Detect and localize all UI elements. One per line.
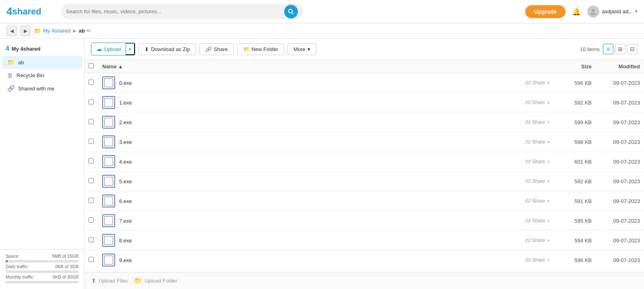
file-name[interactable]: 4.exe bbox=[119, 159, 132, 165]
view-detail-button[interactable]: ⊟ bbox=[627, 44, 638, 54]
row-checkbox-0[interactable] bbox=[89, 80, 94, 85]
file-share-action[interactable]: Share bbox=[526, 139, 545, 145]
sidebar-header-num: 4 bbox=[6, 45, 9, 52]
file-icon bbox=[102, 175, 115, 188]
sidebar-item-recycle-label: Recycle Bin bbox=[17, 72, 44, 78]
new-folder-button[interactable]: 📁 New Folder bbox=[237, 43, 284, 55]
upload-files-btn[interactable]: ⬆ Upload Files bbox=[91, 277, 128, 285]
new-folder-icon: 📁 bbox=[243, 46, 250, 52]
share-dropdown-icon[interactable]: ▾ bbox=[546, 199, 551, 204]
share-dropdown-icon[interactable]: ▾ bbox=[546, 139, 551, 145]
folder-blue-icon: 📁 bbox=[7, 59, 15, 66]
back-button[interactable]: ◀ bbox=[6, 26, 17, 36]
header-size[interactable]: Size bbox=[555, 60, 596, 73]
file-share-action[interactable]: Share bbox=[526, 257, 545, 263]
row-checkbox-9[interactable] bbox=[89, 257, 94, 262]
row-checkbox-3[interactable] bbox=[89, 139, 94, 144]
logo: 4shared bbox=[6, 5, 55, 18]
header-check bbox=[85, 60, 98, 73]
header-name[interactable]: Name ▲ bbox=[98, 60, 507, 73]
more-button[interactable]: More ▾ bbox=[287, 43, 316, 55]
file-share-action[interactable]: Share bbox=[526, 119, 545, 125]
upload-button[interactable]: ☁ Upload bbox=[91, 43, 126, 55]
sidebar-item-shared[interactable]: 🔗 Shared with me bbox=[2, 82, 83, 95]
file-name[interactable]: 2.exe bbox=[119, 119, 132, 125]
sidebar-item-ab[interactable]: 📁 ab bbox=[2, 56, 83, 69]
file-name[interactable]: 9.exe bbox=[119, 257, 132, 263]
file-share-action[interactable]: Share bbox=[526, 218, 545, 223]
file-share-action[interactable]: Share bbox=[526, 238, 545, 243]
file-share-action[interactable]: Share bbox=[526, 198, 545, 204]
file-name[interactable]: 7.exe bbox=[119, 218, 132, 224]
file-icon bbox=[102, 116, 115, 129]
share-dropdown-icon[interactable]: ▾ bbox=[546, 179, 551, 184]
upgrade-button[interactable]: Upgrade bbox=[525, 5, 566, 18]
table-row: 7.exe Share ▾ 595 KB 09-07-2023 bbox=[85, 211, 644, 231]
more-arrow-icon: ▾ bbox=[308, 46, 310, 52]
file-name[interactable]: 3.exe bbox=[119, 139, 132, 145]
share-dropdown-icon[interactable]: ▾ bbox=[546, 258, 551, 263]
download-zip-button[interactable]: ⬇ Download as Zip bbox=[138, 43, 196, 55]
file-name[interactable]: 6.exe bbox=[119, 198, 132, 204]
share-dropdown-icon[interactable]: ▾ bbox=[546, 120, 551, 125]
avatar-icon bbox=[589, 8, 597, 16]
sidebar-header-label: My 4shared bbox=[12, 46, 41, 52]
row-actions-cell: Share ▾ bbox=[507, 172, 555, 191]
file-share-action[interactable]: Share bbox=[526, 159, 545, 164]
file-icon bbox=[102, 135, 115, 148]
row-size-cell: 594 KB bbox=[555, 231, 596, 250]
sidebar: 4 My 4shared 📁 ab 🗑 Recycle Bin 🔗 Shared… bbox=[0, 39, 85, 289]
sidebar-footer: Space: 5MB of 15GB Daily traffic: 0KB of… bbox=[0, 249, 84, 289]
view-list-button[interactable]: ≡ bbox=[603, 44, 613, 54]
file-name[interactable]: 1.exe bbox=[119, 100, 132, 106]
row-checkbox-4[interactable] bbox=[89, 158, 94, 164]
row-name-cell: 2.exe bbox=[98, 113, 507, 132]
file-share-action[interactable]: Share bbox=[526, 178, 545, 184]
row-actions-cell: Share ▾ bbox=[507, 211, 555, 231]
row-checkbox-7[interactable] bbox=[89, 217, 94, 223]
row-modified-cell: 09-07-2023 bbox=[596, 113, 644, 132]
row-checkbox-8[interactable] bbox=[89, 237, 94, 242]
file-icon bbox=[102, 254, 115, 266]
row-size-cell: 596 KB bbox=[555, 250, 596, 270]
row-name-cell: 0.exe bbox=[98, 73, 507, 93]
user-area[interactable]: asdjasid ad... ▾ bbox=[587, 6, 638, 18]
edit-icon[interactable]: ✏ bbox=[87, 28, 91, 34]
select-all-checkbox[interactable] bbox=[89, 63, 94, 68]
forward-button[interactable]: ▶ bbox=[20, 26, 31, 36]
space-value: 5MB of 15GB bbox=[52, 254, 78, 258]
share-dropdown-icon[interactable]: ▾ bbox=[546, 218, 551, 223]
breadcrumb: 📁 My 4shared ► ab ✏ bbox=[34, 27, 91, 35]
search-input[interactable] bbox=[66, 8, 282, 14]
download-zip-label: Download as Zip bbox=[151, 46, 190, 52]
file-share-action[interactable]: Share bbox=[526, 100, 545, 105]
row-checkbox-2[interactable] bbox=[89, 119, 94, 124]
search-button[interactable] bbox=[284, 5, 298, 18]
share-dropdown-icon[interactable]: ▾ bbox=[546, 100, 551, 105]
header-modified[interactable]: Modified bbox=[596, 60, 644, 73]
share-dropdown-icon[interactable]: ▾ bbox=[546, 238, 551, 243]
folder-icon: 📁 bbox=[34, 27, 41, 35]
row-checkbox-6[interactable] bbox=[89, 198, 94, 203]
upload-dropdown-button[interactable]: ▾ bbox=[126, 43, 135, 55]
row-check-cell bbox=[85, 132, 98, 152]
share-dropdown-icon[interactable]: ▾ bbox=[546, 159, 551, 164]
sidebar-item-recycle[interactable]: 🗑 Recycle Bin bbox=[2, 69, 83, 82]
file-name[interactable]: 0.exe bbox=[119, 80, 132, 86]
link-icon bbox=[526, 159, 530, 164]
row-modified-cell: 09-07-2023 bbox=[596, 93, 644, 113]
file-share-action[interactable]: Share bbox=[526, 80, 545, 86]
row-check-cell bbox=[85, 250, 98, 270]
bell-icon[interactable]: 🔔 bbox=[572, 7, 581, 16]
upload-folder-btn[interactable]: 📁 Upload Folder bbox=[134, 277, 178, 285]
breadcrumb-root-link[interactable]: My 4shared bbox=[43, 28, 70, 34]
row-actions-cell: Share ▾ bbox=[507, 152, 555, 172]
file-name[interactable]: 5.exe bbox=[119, 178, 132, 184]
row-checkbox-1[interactable] bbox=[89, 99, 94, 105]
share-button[interactable]: 🔗 Share bbox=[199, 43, 234, 55]
daily-progress-bar bbox=[6, 271, 78, 273]
view-grid-button[interactable]: ⊞ bbox=[615, 44, 625, 54]
share-dropdown-icon[interactable]: ▾ bbox=[546, 80, 551, 86]
row-checkbox-5[interactable] bbox=[89, 178, 94, 183]
file-name[interactable]: 8.exe bbox=[119, 238, 132, 244]
